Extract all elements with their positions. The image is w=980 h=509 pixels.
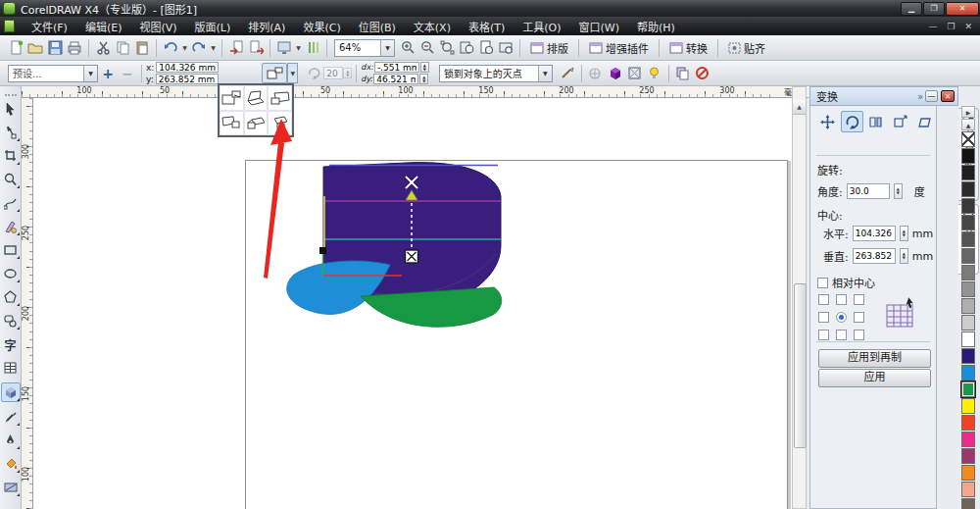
import-icon[interactable] xyxy=(226,38,246,58)
position-icon[interactable] xyxy=(816,111,839,132)
palette-swatch-none[interactable] xyxy=(961,131,975,147)
zoom-selected-icon[interactable] xyxy=(437,38,457,58)
palette-swatch-green[interactable] xyxy=(961,382,975,397)
palette-swatch-orange[interactable] xyxy=(961,465,975,481)
palette-swatch-gray-40[interactable] xyxy=(961,248,975,264)
docker-expand-icon[interactable]: » xyxy=(917,91,923,102)
palette-swatch-gray-60[interactable] xyxy=(961,215,975,230)
save-icon[interactable] xyxy=(45,38,65,58)
new-icon[interactable] xyxy=(6,38,25,58)
extrude-type-icon[interactable] xyxy=(262,63,287,83)
palette-swatch-gray-70[interactable] xyxy=(961,198,975,214)
menu-item-10[interactable]: 窗口(W) xyxy=(570,17,628,35)
zoom-width-icon[interactable] xyxy=(496,38,515,58)
menu-item-9[interactable]: 工具(O) xyxy=(514,17,569,35)
vanishing-point-combo[interactable]: 锁到对象上的灭点▼ xyxy=(439,65,553,82)
redo-dropdown-icon[interactable]: ▼ xyxy=(209,44,218,51)
redo-icon[interactable] xyxy=(189,38,209,58)
palette-swatch-gray-5[interactable] xyxy=(961,315,975,331)
palette-swatch-black[interactable] xyxy=(961,148,975,164)
apply-button[interactable]: 应用 xyxy=(818,369,931,387)
vp-y-input[interactable] xyxy=(373,74,418,84)
x-coord-input[interactable] xyxy=(156,62,219,73)
crop-tool[interactable] xyxy=(2,147,20,165)
rotation-icon[interactable] xyxy=(841,111,863,132)
menu-item-2[interactable]: 视图(V) xyxy=(130,17,185,35)
text-tool[interactable]: 字 xyxy=(2,335,20,353)
docker-minimize-button[interactable]: — xyxy=(925,90,938,102)
menu-item-5[interactable]: 效果(C) xyxy=(294,17,349,35)
paste-icon[interactable] xyxy=(132,38,152,58)
cut-icon[interactable] xyxy=(93,38,113,58)
rectangle-tool[interactable] xyxy=(2,241,20,259)
vertical-ruler[interactable]: 300250200150100 xyxy=(22,98,33,509)
outline-pen-tool[interactable] xyxy=(2,432,20,449)
relative-center-checkbox[interactable] xyxy=(817,278,828,288)
palette-swatch-gray-50[interactable] xyxy=(961,231,975,247)
minimize-button[interactable]: ▁ xyxy=(901,2,922,16)
palette-swatch-magenta[interactable] xyxy=(961,432,975,447)
menu-item-4[interactable]: 排列(A) xyxy=(239,17,294,35)
zoom-level-combo[interactable]: 64%▼ xyxy=(334,39,395,57)
zoom-out-icon[interactable] xyxy=(417,38,437,58)
angle-input[interactable] xyxy=(847,183,890,199)
doc-close-button[interactable]: ✕ xyxy=(964,22,972,31)
export-icon[interactable] xyxy=(246,38,266,58)
palette-options-icon[interactable]: ▶ xyxy=(961,106,975,118)
undo-dropdown-icon[interactable]: ▼ xyxy=(180,44,189,51)
close-button[interactable]: ✕ xyxy=(946,2,979,16)
shape-tool[interactable] xyxy=(2,124,20,141)
plugins-toolbar-button[interactable]: 增强插件 xyxy=(583,38,655,58)
basic-shapes-tool[interactable] xyxy=(2,312,20,330)
palette-swatch-yellow[interactable] xyxy=(961,398,975,414)
palette-swatch-gray-80[interactable] xyxy=(961,181,975,197)
zoom-combo-arrow-icon[interactable]: ▼ xyxy=(380,40,394,56)
copy-icon[interactable] xyxy=(113,38,132,58)
menu-item-8[interactable]: 表格(T) xyxy=(460,17,514,35)
print-icon[interactable] xyxy=(65,38,84,58)
extrude-front-parallel-icon[interactable] xyxy=(268,111,292,136)
menu-item-0[interactable]: 文件(F) xyxy=(23,17,76,35)
extrude-type-dropdown-icon[interactable]: ▼ xyxy=(287,63,298,83)
app-launcher-dropdown-icon[interactable]: ▼ xyxy=(294,44,303,51)
y-coord-input[interactable] xyxy=(156,74,219,84)
snap-toolbar-button[interactable]: 贴齐 xyxy=(722,38,771,58)
zoom-in-icon[interactable] xyxy=(398,38,417,58)
canvas[interactable] xyxy=(33,98,792,509)
docker-close-button[interactable]: ✕ xyxy=(941,90,955,102)
vp-brush-icon[interactable] xyxy=(558,64,577,83)
extrude-back-small-icon[interactable] xyxy=(220,85,244,111)
anchor-top-right[interactable] xyxy=(854,294,864,305)
menu-item-6[interactable]: 位图(B) xyxy=(350,17,405,35)
pie-chart-drawing[interactable] xyxy=(33,98,792,509)
extrude-front-right-icon[interactable] xyxy=(220,111,244,136)
doc-minimize-button[interactable]: — xyxy=(928,22,937,31)
extrude-back-right-icon[interactable] xyxy=(268,85,292,111)
palette-swatch-orange-red[interactable] xyxy=(961,415,975,431)
pick-tool[interactable] xyxy=(2,100,20,118)
extrude-back-parallel-icon[interactable] xyxy=(244,111,269,136)
palette-swatch-plum[interactable] xyxy=(961,448,975,464)
interactive-fill-tool[interactable] xyxy=(2,479,20,496)
doc-restore-button[interactable]: ❐ xyxy=(947,22,955,31)
anchor-center-radio[interactable] xyxy=(836,312,847,323)
polygon-tool[interactable] xyxy=(2,288,20,306)
palette-swatch-gray-30[interactable] xyxy=(961,265,975,280)
scrollbar-thumb[interactable] xyxy=(794,283,807,448)
clear-extrude-icon[interactable] xyxy=(693,64,712,83)
anchor-middle-right[interactable] xyxy=(854,312,864,323)
open-icon[interactable] xyxy=(25,38,45,58)
zoom-page-icon[interactable] xyxy=(476,38,496,58)
eyedropper-tool[interactable] xyxy=(2,408,20,426)
scale-mirror-icon[interactable] xyxy=(865,111,888,132)
vp-combo-arrow-icon[interactable]: ▼ xyxy=(538,66,552,81)
preset-combo-arrow-icon[interactable]: ▼ xyxy=(83,66,97,81)
palette-swatch-salmon[interactable] xyxy=(961,482,975,497)
preset-combo[interactable]: 预设...▼ xyxy=(8,65,98,82)
zoom-all-icon[interactable] xyxy=(457,38,476,58)
palette-swatch-gray-90[interactable] xyxy=(961,165,975,180)
extrude-front-small-icon[interactable] xyxy=(244,85,269,111)
anchor-middle-left[interactable] xyxy=(818,312,829,323)
add-preset-icon[interactable]: + xyxy=(98,64,118,83)
convert-toolbar-button[interactable]: 转换 xyxy=(663,38,713,58)
